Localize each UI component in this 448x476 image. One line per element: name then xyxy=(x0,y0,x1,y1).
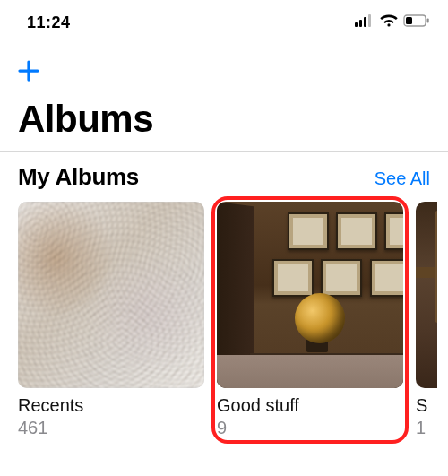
album-title: Recents xyxy=(18,395,204,416)
album-count: 461 xyxy=(18,418,204,438)
album-thumb-recents[interactable] xyxy=(18,202,204,388)
my-albums-title: My Albums xyxy=(18,163,139,191)
divider xyxy=(0,151,448,152)
svg-rect-5 xyxy=(406,17,412,24)
album-thumb-partial[interactable] xyxy=(416,202,437,388)
battery-icon xyxy=(403,14,430,30)
album-recents[interactable]: Recents 461 xyxy=(18,202,204,438)
add-album-button[interactable] xyxy=(11,53,47,89)
svg-rect-2 xyxy=(364,17,366,27)
cellular-icon xyxy=(355,14,375,30)
album-title: Good stuff xyxy=(217,395,403,416)
album-count: 1 xyxy=(416,418,437,438)
svg-rect-1 xyxy=(359,20,362,27)
svg-rect-0 xyxy=(355,22,358,27)
status-icons xyxy=(355,13,430,31)
status-bar: 11:24 xyxy=(0,0,448,39)
see-all-link[interactable]: See All xyxy=(375,169,430,189)
status-time: 11:24 xyxy=(27,13,71,32)
album-count: 9 xyxy=(217,418,403,438)
wifi-icon xyxy=(379,13,399,31)
album-thumb-good-stuff[interactable] xyxy=(217,202,403,388)
svg-rect-6 xyxy=(427,19,429,23)
album-good-stuff[interactable]: Good stuff 9 xyxy=(217,202,403,438)
album-title: S xyxy=(416,395,437,416)
album-partial[interactable]: S 1 xyxy=(416,202,437,438)
plus-icon xyxy=(15,57,42,84)
my-albums-header: My Albums See All xyxy=(18,163,430,191)
svg-rect-3 xyxy=(368,14,371,27)
page-title: Albums xyxy=(18,98,448,141)
albums-scroll[interactable]: Recents 461 Good stuff 9 S 1 xyxy=(18,202,448,438)
